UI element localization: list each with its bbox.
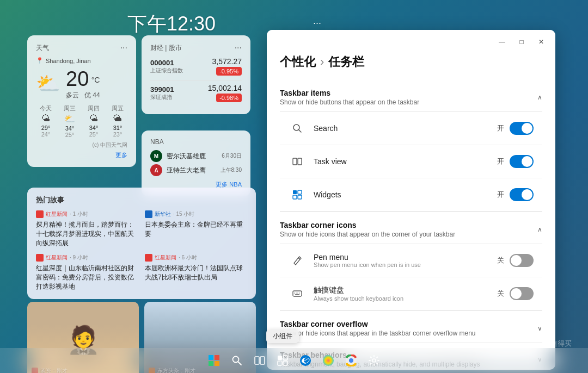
search-toggle-thumb [522, 123, 532, 134]
weather-title: 天气 [36, 43, 49, 53]
svg-rect-7 [298, 195, 302, 199]
breadcrumb-separator: › [320, 55, 324, 69]
pen-icon [289, 252, 306, 269]
corner-overflow-title: Taskbar corner overflow [280, 320, 476, 328]
pen-menu-toggle[interactable] [510, 254, 534, 267]
taskbar-center: 小组件 [204, 351, 384, 370]
weather-main: ⛅ 20 °C 多云 优 44 [36, 67, 127, 100]
svg-line-1 [299, 130, 302, 133]
corner-overflow-section-header[interactable]: Taskbar corner overflow Show or hide ico… [280, 312, 542, 343]
taskbar: 小组件 [0, 348, 588, 373]
weather-more-button[interactable]: ··· [120, 43, 127, 53]
touch-keyboard-toggle[interactable] [510, 287, 534, 300]
weather-location: 📍 Shandong, Jinan [36, 57, 127, 64]
weather-more-link[interactable]: 更多 [36, 151, 127, 159]
nba-card-header: NBA [150, 138, 242, 146]
settings-content: 个性化 › 任务栏 Taskbar items Show or hide but… [267, 54, 555, 370]
taskbar-items-section-header[interactable]: Taskbar items Show or hide buttons that … [280, 81, 542, 112]
svg-rect-3 [298, 158, 302, 165]
touch-keyboard-status: 关 [497, 289, 504, 299]
finance-row-1: 000001 上证综合指数 3,572.27 -0.95% [150, 57, 242, 76]
taskbar-items-chevron: ∧ [537, 94, 542, 101]
source-icon-2 [145, 210, 152, 218]
match-time: 上午8:30 [220, 166, 242, 174]
taskview-icon [289, 153, 306, 170]
taskbar-widgets-button[interactable]: 小组件 [273, 351, 292, 370]
svg-rect-14 [209, 355, 213, 360]
weather-card: 天气 ··· 📍 Shandong, Jinan ⛅ 20 °C 多云 优 44 [27, 35, 136, 167]
weather-temperature: 20 [66, 67, 89, 90]
weather-description: 多云 优 44 [66, 91, 100, 100]
svg-rect-24 [278, 361, 282, 365]
taskview-toggle-row: Task view 开 [280, 145, 542, 178]
settings-window: — □ ✕ 个性化 › 任务栏 Taskbar items Show or hi… [267, 30, 555, 370]
finance-more-button[interactable]: ··· [235, 43, 242, 53]
maximize-button[interactable]: □ [514, 34, 529, 49]
taskview-toggle-thumb [522, 156, 532, 167]
minimize-button[interactable]: — [494, 34, 510, 49]
corner-overflow-chevron: ∨ [537, 325, 542, 332]
widgets-toggle-row: Widgets 开 [280, 178, 542, 212]
taskbar-chrome-button[interactable] [341, 351, 361, 370]
taskbar-photos-button[interactable] [318, 351, 338, 370]
widgets-tooltip: 小组件 [266, 330, 299, 343]
forecast-wed: 周三 ⛅ 34° 25° [60, 104, 79, 138]
source-icon-1 [36, 210, 44, 218]
finance-card: 财经 | 股市 ··· 000001 上证综合指数 3,572.27 -0.95… [142, 35, 250, 114]
forecast-today: 今天 🌤 29° 24° [36, 104, 56, 138]
corner-icons-desc: Show or hide icons that appear on the co… [280, 231, 455, 238]
svg-rect-21 [260, 357, 265, 364]
nba-match-team2: A 亚特兰大老鹰 上午8:30 [150, 164, 242, 176]
hot-story-2: 新华社 · 15 小时 日本奥委会主席：金牌已经不再重要 [145, 210, 247, 247]
team-bucks: 密尔沃基雄鹿 [167, 152, 217, 161]
svg-point-30 [350, 359, 353, 363]
hot-story-1: 红星新闻 · 1 小时 探月精神！揽月而归，踏梦而行：十七载探月梦照进现实，中国… [36, 210, 138, 247]
svg-rect-17 [215, 361, 219, 366]
taskview-toggle[interactable] [510, 155, 534, 168]
taskview-label: Task view [314, 157, 497, 166]
widgets-toggle[interactable] [510, 188, 534, 201]
clock-more-button[interactable]: ··· [313, 17, 321, 29]
taskbar-edge-button[interactable] [296, 351, 315, 370]
taskbar-items-info: Taskbar items Show or hide buttons that … [280, 89, 419, 106]
corner-icons-section-header[interactable]: Taskbar corner icons Show or hide icons … [280, 213, 542, 244]
finance-divider [150, 80, 242, 80]
weather-source: (c) 中国天气网 [36, 141, 127, 149]
weather-card-header: 天气 ··· [36, 43, 127, 53]
search-label: Search [314, 124, 497, 133]
search-toggle[interactable] [510, 122, 534, 135]
weather-forecast: 今天 🌤 29° 24° 周三 ⛅ 34° 25° 周四 🌤 34° 25° [36, 104, 127, 138]
start-button[interactable] [204, 351, 224, 370]
close-button[interactable]: ✕ [534, 34, 549, 49]
svg-rect-8 [293, 291, 302, 296]
forecast-thu: 周四 🌤 34° 25° [84, 104, 103, 138]
corner-icons-chevron: ∧ [537, 226, 542, 233]
corner-icons-content: Pen menu Show pen menu icon when pen is … [280, 244, 542, 311]
search-status: 开 [497, 123, 504, 133]
taskview-status: 开 [497, 157, 504, 166]
search-icon [289, 120, 306, 137]
taskbar-search-button[interactable] [227, 351, 247, 370]
hot-story-3: 红星新闻 · 9 小时 红星深度｜山东临沂南村社区的财富密码：免费分房背后，投资… [36, 254, 138, 291]
widgets-toggle-thumb [522, 189, 532, 200]
team-hawks: 亚特兰大老鹰 [167, 166, 216, 175]
corner-overflow-info: Taskbar corner overflow Show or hide ico… [280, 320, 476, 337]
weather-temp-block: 20 °C 多云 优 44 [66, 67, 100, 100]
svg-rect-22 [278, 356, 282, 360]
svg-rect-15 [215, 355, 219, 360]
taskbar-items-desc: Show or hide buttons that appear on the … [280, 98, 419, 106]
finance-badge-2: -0.98% [216, 94, 242, 102]
touch-keyboard-toggle-row: 触摸键盘 Always show touch keyboard icon 关 [280, 277, 542, 310]
weather-unit: °C [91, 76, 100, 84]
pen-menu-status: 关 [497, 256, 504, 265]
svg-rect-20 [255, 357, 259, 364]
corner-icons-title: Taskbar corner icons [280, 221, 455, 229]
breadcrumb-parent[interactable]: 个性化 [280, 54, 316, 70]
taskbar-settings-button[interactable] [364, 351, 384, 370]
hot-stories-title: 热门故事 [36, 195, 247, 205]
corner-icons-info: Taskbar corner icons Show or hide icons … [280, 221, 455, 238]
taskbar-items-content: Search 开 Task view 开 [280, 112, 542, 212]
nba-match: M 密尔沃基雄鹿 6月30日 [150, 150, 242, 162]
taskbar-taskview-button[interactable] [250, 351, 270, 370]
finance-card-header: 财经 | 股市 ··· [150, 43, 242, 53]
